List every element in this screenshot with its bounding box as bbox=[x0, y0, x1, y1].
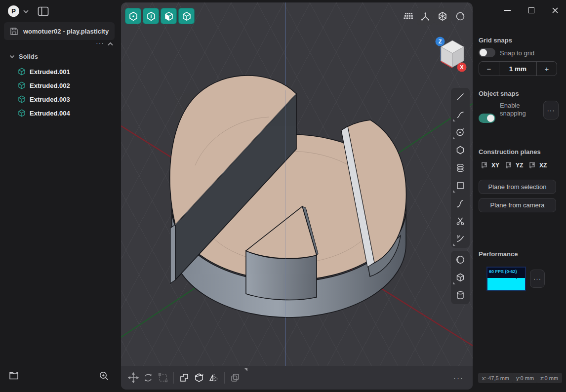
sidebar-toggle-icon[interactable] bbox=[38, 6, 49, 16]
grid-snaps-title: Grid snaps bbox=[479, 37, 512, 44]
object-snaps-title: Object snaps bbox=[479, 90, 519, 97]
tree-item-label: Extruded.003 bbox=[30, 96, 70, 103]
toolbar-divider bbox=[224, 372, 225, 384]
coil-tool-button[interactable] bbox=[451, 159, 470, 177]
enable-snapping-label: Enable snapping bbox=[500, 102, 541, 118]
plane-from-camera-button[interactable]: Plane from camera bbox=[479, 198, 556, 212]
render-mode-button[interactable] bbox=[434, 8, 451, 25]
toolbar-more-icon[interactable]: ··· bbox=[453, 374, 464, 382]
rotate-tool-button[interactable] bbox=[141, 370, 156, 385]
cylinder-tool-button[interactable] bbox=[451, 286, 470, 304]
object-snaps-more-button[interactable]: ··· bbox=[543, 101, 559, 119]
spline-tool-button[interactable] bbox=[451, 195, 470, 212]
x-coordinate-badge: x:-47,5 mm bbox=[478, 373, 513, 383]
save-file-icon bbox=[10, 27, 18, 36]
viewport-3d[interactable]: Z X bbox=[121, 2, 473, 390]
trim-scissors-tool-button[interactable] bbox=[451, 212, 470, 230]
fps-graph: 60 FPS (0-62) bbox=[486, 267, 526, 291]
snap-to-grid-label: Snap to grid bbox=[500, 49, 534, 57]
curve-tool-button[interactable] bbox=[451, 106, 470, 123]
grid-size-stepper: − 1 mm + bbox=[479, 61, 557, 76]
fps-dip-notch bbox=[515, 276, 518, 279]
fps-fill-area bbox=[487, 278, 525, 290]
gizmo-display-button[interactable] bbox=[417, 8, 434, 25]
solid-tools-toolbar bbox=[451, 251, 470, 304]
edge-select-button[interactable] bbox=[143, 8, 159, 24]
sphere-tool-button[interactable] bbox=[451, 251, 470, 269]
submenu-indicator-icon bbox=[244, 368, 247, 371]
plane-xz-button[interactable]: XZ bbox=[529, 161, 547, 169]
close-button[interactable] bbox=[547, 3, 564, 18]
y-coordinate-badge: y:0 mm bbox=[512, 373, 538, 383]
plane-label: YZ bbox=[516, 162, 523, 169]
tree-item-extruded-003[interactable]: Extruded.003 bbox=[18, 92, 117, 106]
plane-xy-button[interactable]: XY bbox=[481, 161, 499, 169]
snap-to-grid-toggle[interactable] bbox=[479, 48, 495, 57]
app-logo[interactable]: P bbox=[8, 5, 19, 17]
center-circle-tool-button[interactable] bbox=[451, 123, 470, 141]
plasticity-window: P womotuer02 - play.plasticity ··· bbox=[0, 0, 566, 392]
plane-label: XZ bbox=[539, 162, 547, 169]
decrement-button[interactable]: − bbox=[479, 62, 499, 76]
performance-title: Performance bbox=[479, 250, 518, 258]
face-select-button[interactable] bbox=[161, 8, 177, 24]
z-coordinate-badge: z:0 mm bbox=[536, 373, 562, 383]
grid-display-button[interactable] bbox=[400, 8, 416, 25]
solid-cube-icon bbox=[18, 81, 26, 89]
transform-toolbar: ··· bbox=[121, 366, 473, 390]
tree-item-extruded-004[interactable]: Extruded.004 bbox=[18, 106, 117, 120]
app-menu-chevron-icon[interactable] bbox=[22, 8, 30, 14]
performance-more-button[interactable]: ··· bbox=[530, 270, 545, 288]
open-file-tab[interactable]: womotuer02 - play.plasticity bbox=[4, 22, 115, 40]
solid-cube-icon bbox=[18, 109, 26, 117]
zoom-search-icon[interactable] bbox=[99, 371, 109, 381]
plane-from-selection-button[interactable]: Plane from selection bbox=[479, 180, 556, 194]
outliner-collapse-icon[interactable] bbox=[107, 41, 114, 47]
construction-planes-title: Construction planes bbox=[479, 148, 541, 156]
vertex-select-button[interactable] bbox=[125, 8, 141, 24]
cut-curve-tool-button[interactable] bbox=[451, 230, 470, 248]
polygon-tool-button[interactable] bbox=[451, 141, 470, 159]
grid-size-value[interactable]: 1 mm bbox=[499, 62, 537, 76]
move-tool-button[interactable] bbox=[126, 370, 141, 385]
duplicate-button[interactable] bbox=[228, 370, 243, 385]
outliner-more-icon[interactable]: ··· bbox=[96, 39, 104, 47]
maximize-button[interactable] bbox=[523, 3, 540, 18]
tree-item-extruded-002[interactable]: Extruded.002 bbox=[18, 78, 117, 92]
rectangle-tool-button[interactable] bbox=[451, 177, 470, 195]
toggle-knob bbox=[487, 115, 494, 122]
mirror-button[interactable] bbox=[206, 370, 221, 385]
scale-tool-button[interactable] bbox=[156, 370, 170, 385]
file-name: womotuer02 - play.plasticity bbox=[23, 28, 109, 35]
tree-root-label: Solids bbox=[19, 53, 38, 60]
increment-button[interactable]: + bbox=[537, 62, 557, 76]
enable-snapping-toggle[interactable] bbox=[479, 114, 495, 123]
solid-select-button[interactable] bbox=[178, 8, 195, 24]
tree-item-label: Extruded.002 bbox=[30, 82, 70, 89]
construction-plane-icon bbox=[505, 161, 513, 169]
cut-button[interactable] bbox=[192, 370, 206, 385]
z-axis-label: Z bbox=[439, 39, 442, 44]
sketch-tools-toolbar bbox=[451, 88, 470, 248]
line-tool-button[interactable] bbox=[451, 88, 470, 106]
environment-button[interactable] bbox=[452, 8, 469, 25]
box-tool-button[interactable] bbox=[451, 269, 470, 286]
model-extruded-solids[interactable] bbox=[121, 2, 473, 390]
boolean-union-button[interactable] bbox=[177, 370, 192, 385]
construction-plane-icon bbox=[529, 161, 536, 169]
minimize-button[interactable] bbox=[499, 3, 516, 18]
plane-yz-button[interactable]: YZ bbox=[505, 161, 523, 169]
toolbar-divider bbox=[173, 372, 174, 384]
tree-expand-chevron-icon[interactable] bbox=[9, 53, 15, 60]
fps-label: 60 FPS (0-62) bbox=[489, 269, 517, 274]
tree-item-label: Extruded.004 bbox=[30, 110, 70, 117]
solid-cube-icon bbox=[18, 95, 26, 103]
view-cube[interactable]: Z X bbox=[433, 35, 470, 73]
new-folder-icon[interactable] bbox=[9, 371, 20, 381]
tree-item-label: Extruded.001 bbox=[30, 68, 70, 76]
plane-label: XY bbox=[491, 162, 499, 169]
tree-node-solids[interactable]: Solids bbox=[9, 53, 38, 60]
tree-item-extruded-001[interactable]: Extruded.001 bbox=[18, 65, 117, 78]
toggle-knob bbox=[480, 49, 487, 56]
selection-mode-toolbar bbox=[125, 8, 195, 24]
